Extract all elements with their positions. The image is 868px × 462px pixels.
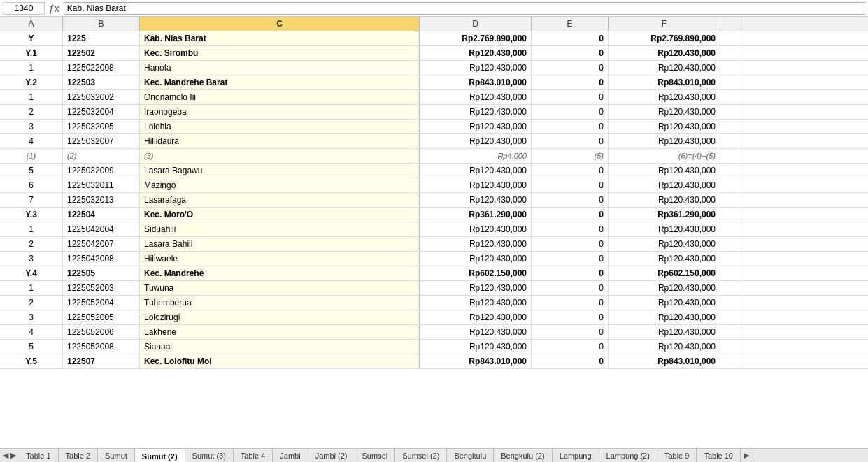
cell-a[interactable]: 3 [0, 310, 63, 324]
cell-e[interactable]: 0 [532, 266, 609, 280]
cell-d[interactable]: Rp120.430,000 [420, 325, 532, 339]
cell-a[interactable]: 1 [0, 61, 63, 75]
cell-b[interactable]: 122502 [63, 46, 140, 60]
cell-f[interactable]: Rp120.430,000 [609, 105, 720, 119]
cell-c[interactable]: Kec. Sirombu [140, 46, 420, 60]
cell-e[interactable]: 0 [532, 120, 609, 133]
cell-e[interactable]: 0 [532, 61, 609, 75]
cell-b[interactable]: 1225032005 [63, 120, 140, 133]
col-header-e[interactable]: E [532, 17, 609, 31]
cell-c[interactable]: Mazingo [140, 178, 420, 192]
cell-a[interactable]: Y.2 [0, 75, 63, 89]
sheet-tab[interactable]: Table 1 [19, 449, 58, 462]
table-row[interactable]: Y.2 122503 Kec. Mandrehe Barat Rp843.010… [0, 75, 868, 90]
sheet-tab[interactable]: Table 9 [657, 449, 697, 462]
cell-b[interactable]: 1225032013 [63, 193, 140, 207]
cell-f[interactable]: Rp120.430,000 [609, 46, 720, 60]
cell-e[interactable]: 0 [532, 237, 609, 251]
table-row[interactable]: 2 1225052004 Tuhemberua Rp120.430,000 0 … [0, 296, 868, 310]
sheet-tab[interactable]: Sumsel (2) [395, 449, 447, 462]
cell-e[interactable]: 0 [532, 340, 609, 354]
sheet-tab[interactable]: Lampung (2) [599, 449, 657, 462]
cell-e[interactable]: 0 [532, 90, 609, 104]
table-row[interactable]: 3 1225042008 Hiliwaele Rp120.430,000 0 R… [0, 252, 868, 266]
cell-d[interactable]: Rp602.150,000 [420, 266, 532, 280]
sheet-tab[interactable]: Sumut [98, 449, 135, 462]
cell-f[interactable]: Rp120.430,000 [609, 193, 720, 207]
cell-f[interactable]: Rp2.769.890,000 [609, 31, 720, 45]
cell-f[interactable]: Rp120.430,000 [609, 237, 720, 251]
sheet-tab[interactable]: Lampung [553, 449, 599, 462]
table-row[interactable]: 2 1225042007 Lasara Bahili Rp120.430,000… [0, 237, 868, 252]
cell-a[interactable]: 2 [0, 296, 63, 310]
table-row[interactable]: 3 1225032005 Lolohia Rp120.430,000 0 Rp1… [0, 120, 868, 134]
sheet-tab[interactable]: Jambi (2) [308, 449, 355, 462]
cell-f[interactable]: Rp120.430,000 [609, 310, 720, 324]
cell-c[interactable]: Iraonogeba [140, 105, 420, 119]
cell-f[interactable]: Rp120.430,000 [609, 90, 720, 104]
cell-c[interactable]: Lolohia [140, 120, 420, 133]
cell-e[interactable]: (5) [532, 149, 609, 163]
cell-c[interactable]: (3) [140, 149, 420, 163]
cell-d[interactable]: Rp120.430,000 [420, 252, 532, 266]
cell-d[interactable]: Rp843.010,000 [420, 354, 532, 368]
table-row[interactable]: 1 1225032002 Ononamolo Iii Rp120.430,000… [0, 90, 868, 105]
table-row[interactable]: 6 1225032011 Mazingo Rp120.430,000 0 Rp1… [0, 178, 868, 193]
cell-a[interactable]: Y.4 [0, 266, 63, 280]
cell-d[interactable]: Rp120.430,000 [420, 193, 532, 207]
cell-a[interactable]: 7 [0, 193, 63, 207]
cell-b[interactable]: 1225052003 [63, 281, 140, 295]
cell-f[interactable]: Rp120.430,000 [609, 252, 720, 266]
cell-b[interactable]: 122507 [63, 354, 140, 368]
sheet-tab[interactable]: Jambi [273, 449, 308, 462]
cell-e[interactable]: 0 [532, 310, 609, 324]
cell-a[interactable]: (1) [0, 149, 63, 163]
cell-c[interactable]: Kec. Mandrehe [140, 266, 420, 280]
cell-d[interactable]: Rp120.430,000 [420, 105, 532, 119]
cell-c[interactable]: Hiliwaele [140, 252, 420, 266]
tab-scroll-right[interactable]: ▶| [741, 451, 754, 460]
cell-d[interactable]: Rp2.769.890,000 [420, 31, 532, 45]
cell-f[interactable]: Rp120.430,000 [609, 281, 720, 295]
cell-b[interactable]: 1225052004 [63, 296, 140, 310]
cell-b[interactable]: 122503 [63, 75, 140, 89]
cell-b[interactable]: 1225032002 [63, 90, 140, 104]
cell-d[interactable]: Rp120.430,000 [420, 222, 532, 236]
cell-c[interactable]: Tuwuna [140, 281, 420, 295]
cell-d[interactable]: Rp361.290,000 [420, 208, 532, 222]
cell-c[interactable]: Kab. Nias Barat [140, 31, 420, 45]
cell-c[interactable]: Ononamolo Iii [140, 90, 420, 104]
tab-scroll-left[interactable]: ◀ ▶ [0, 451, 19, 460]
cell-a[interactable]: 2 [0, 237, 63, 251]
cell-f[interactable]: Rp843.010,000 [609, 354, 720, 368]
cell-d[interactable]: Rp120.430,000 [420, 281, 532, 295]
cell-e[interactable]: 0 [532, 31, 609, 45]
cell-b[interactable]: 1225042008 [63, 252, 140, 266]
table-row[interactable]: 4 1225032007 Hillidaura Rp120.430,000 0 … [0, 134, 868, 149]
cell-f[interactable]: Rp120.430,000 [609, 222, 720, 236]
cell-c[interactable]: Kec. Mandrehe Barat [140, 75, 420, 89]
cell-d[interactable]: -Rp4.000 [420, 149, 532, 163]
cell-f[interactable]: Rp120.430,000 [609, 61, 720, 75]
col-header-a[interactable]: A [0, 17, 63, 31]
cell-b[interactable]: 1225042004 [63, 222, 140, 236]
table-row[interactable]: 3 1225052005 Lolozirugi Rp120.430,000 0 … [0, 310, 868, 325]
cell-b[interactable]: (2) [63, 149, 140, 163]
cell-b[interactable]: 1225052005 [63, 310, 140, 324]
col-header-b[interactable]: B [63, 17, 140, 31]
cell-f[interactable]: (6)=(4)+(5) [609, 149, 720, 163]
cell-f[interactable]: Rp843.010,000 [609, 75, 720, 89]
table-row[interactable]: 5 1225052008 Sianaa Rp120.430,000 0 Rp12… [0, 340, 868, 354]
table-row[interactable]: 1 1225052003 Tuwuna Rp120.430,000 0 Rp12… [0, 281, 868, 296]
table-row[interactable]: Y.3 122504 Kec. Moro'O Rp361.290,000 0 R… [0, 208, 868, 222]
table-row[interactable]: Y.1 122502 Kec. Sirombu Rp120.430,000 0 … [0, 46, 868, 61]
col-header-f[interactable]: F [609, 17, 720, 31]
cell-b[interactable]: 1225032011 [63, 178, 140, 192]
cell-a[interactable]: 1 [0, 222, 63, 236]
sheet-tab[interactable]: Sumsel [355, 449, 396, 462]
cell-d[interactable]: Rp120.430,000 [420, 90, 532, 104]
cell-b[interactable]: 1225032007 [63, 134, 140, 148]
cell-e[interactable]: 0 [532, 281, 609, 295]
table-row[interactable]: (1) (2) (3) -Rp4.000 (5) (6)=(4)+(5) [0, 149, 868, 164]
table-row[interactable]: 1 1225042004 Siduahili Rp120.430,000 0 R… [0, 222, 868, 237]
